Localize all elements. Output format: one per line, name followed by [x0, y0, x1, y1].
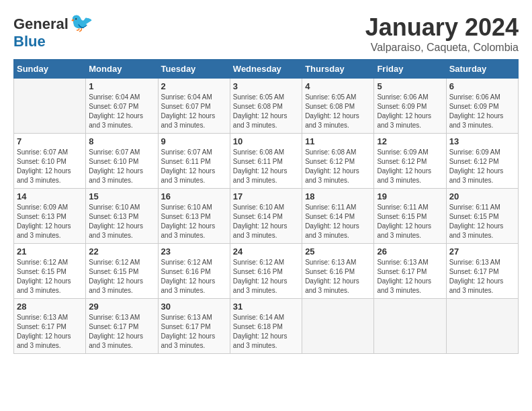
- day-info: Sunrise: 6:12 AM Sunset: 6:15 PM Dayligh…: [17, 258, 83, 295]
- calendar-cell: 13Sunrise: 6:09 AM Sunset: 6:12 PM Dayli…: [446, 134, 518, 189]
- calendar-week-5: 28Sunrise: 6:13 AM Sunset: 6:17 PM Dayli…: [14, 299, 519, 354]
- calendar-cell: 15Sunrise: 6:10 AM Sunset: 6:13 PM Dayli…: [86, 189, 158, 244]
- header-monday: Monday: [86, 60, 158, 79]
- calendar-cell: 28Sunrise: 6:13 AM Sunset: 6:17 PM Dayli…: [14, 299, 86, 354]
- day-info: Sunrise: 6:08 AM Sunset: 6:12 PM Dayligh…: [305, 148, 371, 185]
- day-number: 30: [161, 302, 227, 312]
- calendar-cell: [374, 299, 446, 354]
- location-subtitle: Valparaiso, Caqueta, Colombia: [365, 42, 519, 54]
- header-friday: Friday: [374, 60, 446, 79]
- day-info: Sunrise: 6:13 AM Sunset: 6:16 PM Dayligh…: [305, 258, 371, 295]
- day-number: 14: [17, 191, 83, 201]
- day-info: Sunrise: 6:09 AM Sunset: 6:12 PM Dayligh…: [377, 148, 443, 185]
- day-number: 13: [449, 136, 515, 146]
- day-info: Sunrise: 6:12 AM Sunset: 6:15 PM Dayligh…: [89, 258, 154, 295]
- calendar-cell: 12Sunrise: 6:09 AM Sunset: 6:12 PM Dayli…: [374, 134, 446, 189]
- day-info: Sunrise: 6:07 AM Sunset: 6:11 PM Dayligh…: [161, 148, 227, 185]
- calendar-cell: 9Sunrise: 6:07 AM Sunset: 6:11 PM Daylig…: [158, 134, 230, 189]
- day-number: 17: [233, 191, 299, 201]
- calendar-cell: 14Sunrise: 6:09 AM Sunset: 6:13 PM Dayli…: [14, 189, 86, 244]
- day-info: Sunrise: 6:13 AM Sunset: 6:17 PM Dayligh…: [449, 258, 515, 295]
- calendar-week-3: 14Sunrise: 6:09 AM Sunset: 6:13 PM Dayli…: [14, 189, 519, 244]
- calendar-cell: 26Sunrise: 6:13 AM Sunset: 6:17 PM Dayli…: [374, 244, 446, 299]
- calendar-cell: 24Sunrise: 6:12 AM Sunset: 6:16 PM Dayli…: [230, 244, 302, 299]
- header-saturday: Saturday: [446, 60, 518, 79]
- day-number: 1: [89, 81, 154, 91]
- header-row: Sunday Monday Tuesday Wednesday Thursday…: [14, 60, 519, 79]
- calendar-cell: 10Sunrise: 6:08 AM Sunset: 6:11 PM Dayli…: [230, 134, 302, 189]
- day-info: Sunrise: 6:12 AM Sunset: 6:16 PM Dayligh…: [161, 258, 227, 295]
- day-info: Sunrise: 6:07 AM Sunset: 6:10 PM Dayligh…: [17, 148, 83, 185]
- calendar-cell: 21Sunrise: 6:12 AM Sunset: 6:15 PM Dayli…: [14, 244, 86, 299]
- day-info: Sunrise: 6:05 AM Sunset: 6:08 PM Dayligh…: [233, 93, 299, 130]
- day-info: Sunrise: 6:11 AM Sunset: 6:15 PM Dayligh…: [377, 203, 443, 240]
- day-number: 25: [305, 246, 371, 257]
- day-number: 5: [377, 81, 443, 91]
- calendar-cell: 8Sunrise: 6:07 AM Sunset: 6:10 PM Daylig…: [86, 134, 158, 189]
- calendar-cell: 22Sunrise: 6:12 AM Sunset: 6:15 PM Dayli…: [86, 244, 158, 299]
- calendar-cell: 5Sunrise: 6:06 AM Sunset: 6:09 PM Daylig…: [374, 79, 446, 134]
- day-info: Sunrise: 6:10 AM Sunset: 6:14 PM Dayligh…: [233, 203, 299, 240]
- calendar-cell: 17Sunrise: 6:10 AM Sunset: 6:14 PM Dayli…: [230, 189, 302, 244]
- day-info: Sunrise: 6:06 AM Sunset: 6:09 PM Dayligh…: [377, 93, 443, 130]
- day-number: 27: [449, 246, 515, 257]
- day-info: Sunrise: 6:04 AM Sunset: 6:07 PM Dayligh…: [89, 93, 154, 130]
- calendar-cell: 27Sunrise: 6:13 AM Sunset: 6:17 PM Dayli…: [446, 244, 518, 299]
- logo-general: General: [13, 15, 69, 32]
- day-info: Sunrise: 6:09 AM Sunset: 6:12 PM Dayligh…: [449, 148, 515, 185]
- day-number: 28: [17, 302, 83, 312]
- header-sunday: Sunday: [14, 60, 86, 79]
- day-number: 22: [89, 246, 154, 257]
- calendar-cell: 23Sunrise: 6:12 AM Sunset: 6:16 PM Dayli…: [158, 244, 230, 299]
- logo-blue: Blue: [13, 33, 46, 50]
- calendar-cell: 29Sunrise: 6:13 AM Sunset: 6:17 PM Dayli…: [86, 299, 158, 354]
- day-number: 7: [17, 136, 83, 146]
- day-info: Sunrise: 6:13 AM Sunset: 6:17 PM Dayligh…: [161, 313, 227, 351]
- day-info: Sunrise: 6:09 AM Sunset: 6:13 PM Dayligh…: [17, 203, 83, 240]
- calendar-cell: 18Sunrise: 6:11 AM Sunset: 6:14 PM Dayli…: [302, 189, 374, 244]
- day-number: 31: [233, 302, 299, 312]
- day-number: 20: [449, 191, 515, 201]
- day-number: 26: [377, 246, 443, 257]
- calendar-cell: 30Sunrise: 6:13 AM Sunset: 6:17 PM Dayli…: [158, 299, 230, 354]
- day-info: Sunrise: 6:06 AM Sunset: 6:09 PM Dayligh…: [449, 93, 515, 130]
- day-number: 29: [89, 302, 154, 312]
- day-number: 2: [161, 81, 227, 91]
- calendar-header: Sunday Monday Tuesday Wednesday Thursday…: [14, 60, 519, 79]
- day-number: 21: [17, 246, 83, 257]
- title-section: January 2024 Valparaiso, Caqueta, Colomb…: [365, 13, 519, 54]
- calendar-body: 1Sunrise: 6:04 AM Sunset: 6:07 PM Daylig…: [14, 79, 519, 354]
- calendar-cell: 7Sunrise: 6:07 AM Sunset: 6:10 PM Daylig…: [14, 134, 86, 189]
- calendar-cell: 4Sunrise: 6:05 AM Sunset: 6:08 PM Daylig…: [302, 79, 374, 134]
- day-number: 19: [377, 191, 443, 201]
- day-number: 6: [449, 81, 515, 91]
- calendar-cell: 19Sunrise: 6:11 AM Sunset: 6:15 PM Dayli…: [374, 189, 446, 244]
- day-number: 18: [305, 191, 371, 201]
- day-number: 4: [305, 81, 371, 91]
- day-info: Sunrise: 6:11 AM Sunset: 6:14 PM Dayligh…: [305, 203, 371, 240]
- day-number: 24: [233, 246, 299, 257]
- calendar-cell: 20Sunrise: 6:11 AM Sunset: 6:15 PM Dayli…: [446, 189, 518, 244]
- calendar-cell: 25Sunrise: 6:13 AM Sunset: 6:16 PM Dayli…: [302, 244, 374, 299]
- page-header: General🐦 Blue January 2024 Valparaiso, C…: [13, 13, 519, 54]
- day-number: 8: [89, 136, 154, 146]
- day-info: Sunrise: 6:13 AM Sunset: 6:17 PM Dayligh…: [377, 258, 443, 295]
- calendar-cell: 3Sunrise: 6:05 AM Sunset: 6:08 PM Daylig…: [230, 79, 302, 134]
- day-info: Sunrise: 6:14 AM Sunset: 6:18 PM Dayligh…: [233, 313, 299, 351]
- day-info: Sunrise: 6:10 AM Sunset: 6:13 PM Dayligh…: [89, 203, 154, 240]
- month-title: January 2024: [365, 13, 519, 42]
- day-number: 10: [233, 136, 299, 146]
- calendar-cell: 6Sunrise: 6:06 AM Sunset: 6:09 PM Daylig…: [446, 79, 518, 134]
- header-thursday: Thursday: [302, 60, 374, 79]
- calendar-cell: 16Sunrise: 6:10 AM Sunset: 6:13 PM Dayli…: [158, 189, 230, 244]
- day-number: 11: [305, 136, 371, 146]
- header-tuesday: Tuesday: [158, 60, 230, 79]
- calendar-cell: [302, 299, 374, 354]
- day-number: 3: [233, 81, 299, 91]
- day-info: Sunrise: 6:12 AM Sunset: 6:16 PM Dayligh…: [233, 258, 299, 295]
- day-info: Sunrise: 6:13 AM Sunset: 6:17 PM Dayligh…: [89, 313, 154, 351]
- calendar-week-4: 21Sunrise: 6:12 AM Sunset: 6:15 PM Dayli…: [14, 244, 519, 299]
- day-info: Sunrise: 6:10 AM Sunset: 6:13 PM Dayligh…: [161, 203, 227, 240]
- day-info: Sunrise: 6:08 AM Sunset: 6:11 PM Dayligh…: [233, 148, 299, 185]
- calendar-cell: [14, 79, 86, 134]
